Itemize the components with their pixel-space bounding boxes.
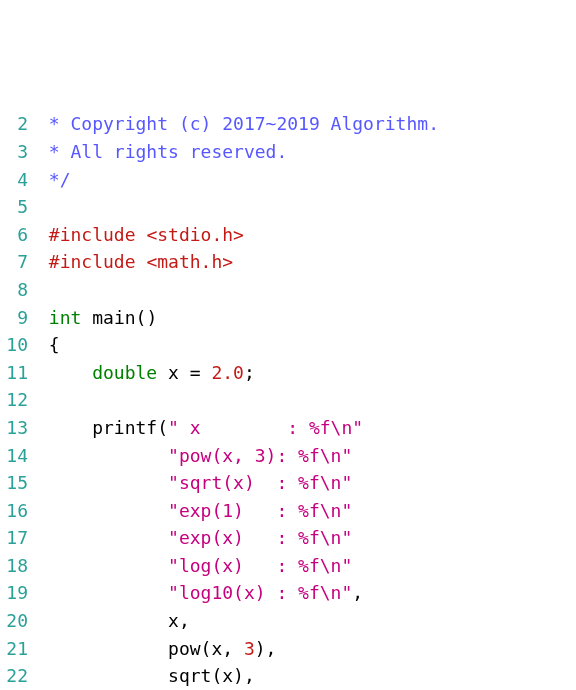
token: "log10(x) : %f\n" <box>168 582 352 603</box>
token <box>38 445 168 466</box>
code-line: 18 "log(x) : %f\n" <box>0 552 576 580</box>
code-line: 16 "exp(1) : %f\n" <box>0 497 576 525</box>
token: printf <box>92 417 157 438</box>
code-line: 14 "pow(x, 3): %f\n" <box>0 442 576 470</box>
code-line: 19 "log10(x) : %f\n", <box>0 579 576 607</box>
code-content: "pow(x, 3): %f\n" <box>28 442 352 470</box>
line-number: 11 <box>0 359 28 387</box>
code-content: double x = 2.0; <box>28 359 255 387</box>
line-number: 21 <box>0 635 28 663</box>
code-line: 6 #include <stdio.h> <box>0 221 576 249</box>
line-number: 3 <box>0 138 28 166</box>
line-number: 16 <box>0 497 28 525</box>
token: x <box>168 610 179 631</box>
code-content: "log10(x) : %f\n", <box>28 579 363 607</box>
code-line: 8 <box>0 276 576 304</box>
token: 3 <box>244 638 255 659</box>
code-line: 10 { <box>0 331 576 359</box>
token <box>38 362 92 383</box>
line-number: 5 <box>0 193 28 221</box>
code-line: 5 <box>0 193 576 221</box>
token: pow <box>168 638 201 659</box>
token <box>38 307 49 328</box>
line-number: 14 <box>0 442 28 470</box>
code-line: 12 <box>0 386 576 414</box>
code-content: */ <box>28 166 71 194</box>
token: * All rights reserved. <box>38 141 287 162</box>
line-number: 18 <box>0 552 28 580</box>
token: ), <box>233 665 255 686</box>
code-editor: 2 * Copyright (c) 2017~2019 Algorithm.3 … <box>0 110 576 690</box>
token <box>38 638 168 659</box>
token: */ <box>38 169 71 190</box>
line-number: 12 <box>0 386 28 414</box>
token: #include <box>38 224 146 245</box>
code-content: { <box>28 331 60 359</box>
line-number: 2 <box>0 110 28 138</box>
code-content: * All rights reserved. <box>28 138 287 166</box>
code-content: "log(x) : %f\n" <box>28 552 352 580</box>
token: double <box>92 362 157 383</box>
token: x <box>211 638 222 659</box>
code-line: 11 double x = 2.0; <box>0 359 576 387</box>
code-line: 13 printf(" x : %f\n" <box>0 414 576 442</box>
code-content: "sqrt(x) : %f\n" <box>28 469 352 497</box>
token: x <box>222 665 233 686</box>
line-number: 13 <box>0 414 28 442</box>
token: , <box>179 610 190 631</box>
token: main <box>92 307 135 328</box>
token: "log(x) : %f\n" <box>168 555 352 576</box>
code-line: 4 */ <box>0 166 576 194</box>
token <box>38 555 168 576</box>
token: , <box>222 638 244 659</box>
token: = <box>179 362 212 383</box>
token: <stdio.h> <box>146 224 244 245</box>
line-number: 15 <box>0 469 28 497</box>
code-line: 9 int main() <box>0 304 576 332</box>
token: int <box>49 307 82 328</box>
token <box>38 472 168 493</box>
token: ( <box>201 638 212 659</box>
token: * Copyright (c) 2017~2019 Algorithm. <box>38 113 439 134</box>
token: "sqrt(x) : %f\n" <box>168 472 352 493</box>
code-content: sqrt(x), <box>28 662 255 690</box>
line-number: 7 <box>0 248 28 276</box>
token: "exp(x) : %f\n" <box>168 527 352 548</box>
code-line: 7 #include <math.h> <box>0 248 576 276</box>
code-content: "exp(1) : %f\n" <box>28 497 352 525</box>
line-number: 17 <box>0 524 28 552</box>
token: ( <box>211 665 222 686</box>
code-line: 3 * All rights reserved. <box>0 138 576 166</box>
token: "exp(1) : %f\n" <box>168 500 352 521</box>
line-number: 20 <box>0 607 28 635</box>
token <box>157 362 168 383</box>
code-line: 22 sqrt(x), <box>0 662 576 690</box>
line-number: 9 <box>0 304 28 332</box>
token: <math.h> <box>146 251 233 272</box>
token: 2.0 <box>211 362 244 383</box>
code-line: 15 "sqrt(x) : %f\n" <box>0 469 576 497</box>
token: "pow(x, 3): %f\n" <box>168 445 352 466</box>
token: ), <box>255 638 277 659</box>
token: sqrt <box>168 665 211 686</box>
token: " x : %f\n" <box>168 417 363 438</box>
token: () <box>136 307 158 328</box>
code-content: int main() <box>28 304 157 332</box>
token: ( <box>157 417 168 438</box>
code-content: x, <box>28 607 190 635</box>
code-line: 2 * Copyright (c) 2017~2019 Algorithm. <box>0 110 576 138</box>
code-content: pow(x, 3), <box>28 635 276 663</box>
code-line: 17 "exp(x) : %f\n" <box>0 524 576 552</box>
line-number: 19 <box>0 579 28 607</box>
token <box>38 527 168 548</box>
code-content: * Copyright (c) 2017~2019 Algorithm. <box>28 110 439 138</box>
token <box>38 417 92 438</box>
token <box>38 665 168 686</box>
token: { <box>38 334 60 355</box>
code-content: printf(" x : %f\n" <box>28 414 363 442</box>
token: , <box>352 582 363 603</box>
code-line: 20 x, <box>0 607 576 635</box>
token <box>81 307 92 328</box>
code-content: #include <stdio.h> <box>28 221 244 249</box>
line-number: 8 <box>0 276 28 304</box>
